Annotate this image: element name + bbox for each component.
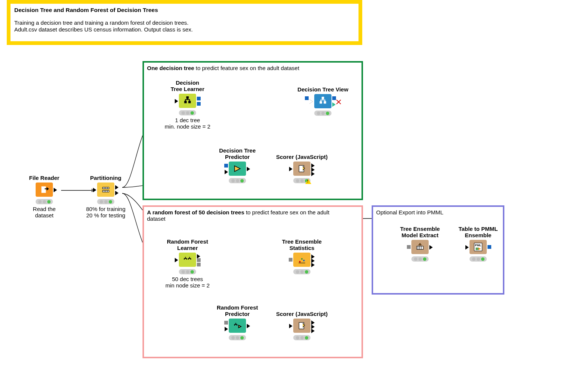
traffic-light-icon <box>314 111 332 116</box>
node-dt-learner-caption: 1 dec tree min. node size = 2 <box>158 117 218 130</box>
traffic-light-icon <box>229 335 246 340</box>
tree-learner-icon <box>179 94 196 108</box>
node-tree-ensemble-model-extract[interactable]: Tree Ensemble Model Extract <box>390 226 450 262</box>
traffic-light-icon <box>470 256 487 262</box>
scorer-icon <box>293 319 310 333</box>
node-te-stats-label: Tree Ensemble Statistics <box>270 238 334 251</box>
node-random-forest-predictor[interactable]: Random Forest Predictor <box>209 304 266 340</box>
node-dt-view-label: Decision Tree View <box>291 86 355 93</box>
svg-rect-0 <box>41 186 46 193</box>
traffic-light-icon <box>179 110 196 115</box>
svg-rect-20 <box>417 246 423 250</box>
node-file-reader[interactable]: File Reader Read the dataset <box>22 175 67 218</box>
traffic-light-icon <box>36 199 53 204</box>
node-partitioning[interactable]: Partitioning 80% for training 20 % for t… <box>83 175 128 218</box>
tree-predictor-icon <box>229 162 246 176</box>
warning-icon <box>305 179 311 184</box>
group-one-decision-tree-title: One decision tree to predict feature sex… <box>147 65 358 71</box>
node-file-reader-caption: Read the dataset <box>22 206 67 218</box>
statistics-icon <box>293 253 310 267</box>
traffic-light-icon <box>229 178 246 183</box>
group-random-forest-title: A random forest of 50 decision trees to … <box>147 209 342 222</box>
node-rf-learner-caption: 50 dec trees min node size = 2 <box>158 276 218 289</box>
node-tree-ensemble-statistics[interactable]: Tree Ensemble Statistics <box>270 238 334 274</box>
svg-point-18 <box>303 260 304 261</box>
workflow-description-title: Decision Tree and Random Forest of Decis… <box>14 7 355 13</box>
node-scorer-2[interactable]: Scorer (JavaScript) <box>270 311 334 340</box>
node-decision-tree-learner[interactable]: Decision Tree Learner 1 dec tree min. no… <box>158 79 218 130</box>
traffic-light-icon <box>293 269 310 274</box>
scorer-icon <box>293 162 310 176</box>
node-partitioning-label: Partitioning <box>83 175 128 181</box>
file-reader-icon <box>36 183 53 197</box>
group-pmml-export-title: Optional Export into PMML <box>376 209 500 215</box>
node-file-reader-label: File Reader <box>22 175 67 181</box>
forest-learner-icon <box>179 253 196 267</box>
svg-rect-10 <box>184 101 186 103</box>
node-rf-predictor-label: Random Forest Predictor <box>209 304 266 317</box>
svg-point-16 <box>299 261 300 262</box>
node-scorer-2-label: Scorer (JavaScript) <box>270 311 334 317</box>
traffic-light-icon <box>293 178 310 183</box>
node-rf-learner-label: Random Forest Learner <box>158 238 218 251</box>
traffic-light-icon <box>411 256 429 262</box>
svg-rect-12 <box>322 97 324 99</box>
svg-rect-14 <box>324 102 326 103</box>
svg-rect-11 <box>189 101 190 103</box>
node-dt-learner-label: Decision Tree Learner <box>158 79 218 92</box>
svg-rect-9 <box>187 97 188 98</box>
workflow-description-body: Training a decision tree and training a … <box>14 19 355 33</box>
missing-connection-icon <box>336 99 341 105</box>
pmml-icon: PML▮▮▶ <box>470 240 487 254</box>
svg-point-17 <box>301 258 303 260</box>
node-to-pmml-label: Table to PMML Ensemble <box>450 226 506 238</box>
node-random-forest-learner[interactable]: Random Forest Learner 50 dec trees min n… <box>158 238 218 289</box>
workflow-description-box: Decision Tree and Random Forest of Decis… <box>7 0 362 45</box>
node-partitioning-caption: 80% for training 20 % for testing <box>83 206 128 218</box>
partitioning-icon <box>97 183 114 197</box>
svg-rect-13 <box>320 102 321 103</box>
traffic-light-icon <box>97 199 114 204</box>
node-decision-tree-predictor[interactable]: Decision Tree Predictor <box>209 147 266 183</box>
node-decision-tree-view[interactable]: Decision Tree View <box>291 86 355 116</box>
node-te-extract-label: Tree Ensemble Model Extract <box>390 226 450 238</box>
traffic-light-icon <box>293 335 310 340</box>
workflow-canvas: Decision Tree and Random Forest of Decis… <box>0 0 576 392</box>
tree-view-icon <box>314 94 332 108</box>
node-dt-predictor-label: Decision Tree Predictor <box>209 147 266 160</box>
node-scorer-1[interactable]: Scorer (JavaScript) <box>270 154 334 183</box>
node-scorer-1-label: Scorer (JavaScript) <box>270 154 334 160</box>
model-extract-icon <box>411 240 429 254</box>
node-table-to-pmml-ensemble[interactable]: Table to PMML Ensemble PML▮▮▶ <box>450 226 506 262</box>
forest-predictor-icon <box>229 319 246 333</box>
traffic-light-icon <box>179 269 196 274</box>
